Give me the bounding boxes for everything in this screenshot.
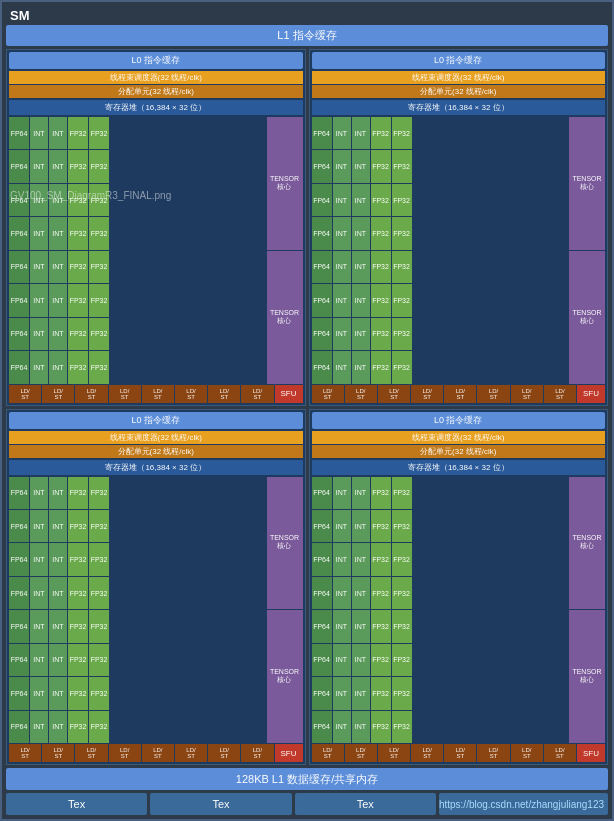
fp64-cell: FP64	[9, 150, 29, 182]
ldst-cell: LD/ST	[109, 385, 141, 403]
q1-sfu: SFU	[275, 385, 303, 403]
tex-bar-3: Tex	[295, 793, 436, 815]
int-cell: INT	[30, 318, 48, 350]
q3-sfu: SFU	[275, 744, 303, 762]
quadrant-4: L0 指令缓存 线程束调度器(32 线程/clk) 分配单元(32 线程/clk…	[309, 409, 609, 766]
int-cell: INT	[49, 351, 67, 383]
int-cell: INT	[49, 251, 67, 283]
fp32-cell: FP32	[89, 351, 109, 383]
int-cell: INT	[30, 284, 48, 316]
q1-compute-area: FP64 INT INT FP32 FP32 FP64 INT INT FP32…	[9, 117, 303, 403]
q2-tensor-2: TENSOR核心	[569, 251, 605, 384]
fp32-cell: FP32	[89, 217, 109, 249]
q4-compute-area: FP64 INT INT FP32 FP32 FP64 INT INT FP32…	[312, 477, 606, 763]
fp64-cell: FP64	[9, 217, 29, 249]
fp64-cell: FP64	[9, 251, 29, 283]
fp32-cell: FP32	[89, 284, 109, 316]
ldst-cell: LD/ST	[9, 385, 41, 403]
ldst-cell: LD/ST	[142, 385, 174, 403]
q4-sfu: SFU	[577, 744, 605, 762]
q1-row-4: FP64 INT INT FP32 FP32	[9, 217, 266, 249]
fp64-cell: FP64	[9, 284, 29, 316]
q1-ldst-row: LD/ST LD/ST LD/ST LD/ST LD/ST LD/ST LD/S…	[9, 385, 303, 403]
fp64-cell: FP64	[9, 184, 29, 216]
ldst-cell: LD/ST	[208, 385, 240, 403]
fp32-cell: FP32	[68, 284, 88, 316]
q1-row-7: FP64 INT INT FP32 FP32	[9, 318, 266, 350]
fp32-cell: FP32	[68, 318, 88, 350]
int-cell: INT	[49, 217, 67, 249]
fp32-cell: FP32	[68, 184, 88, 216]
sm-container: SM L1 指令缓存 L0 指令缓存 线程束调度器(32 线程/clk) 分配单…	[0, 0, 614, 821]
q4-tensor-1: TENSOR核心	[569, 477, 605, 610]
q2-register-file: 寄存器堆（16,384 × 32 位）	[312, 100, 606, 115]
q2-dispatch: 分配单元(32 线程/clk)	[312, 85, 606, 98]
q3-dispatch: 分配单元(32 线程/clk)	[9, 445, 303, 458]
ldst-cell: LD/ST	[175, 385, 207, 403]
int-cell: INT	[30, 117, 48, 149]
q1-tensor-1: TENSOR核心	[267, 117, 303, 250]
int-cell: INT	[30, 251, 48, 283]
fp64-cell: FP64	[9, 351, 29, 383]
q1-l0-cache: L0 指令缓存	[9, 52, 303, 69]
int-cell: INT	[30, 217, 48, 249]
int-cell: INT	[30, 351, 48, 383]
fp32-cell: FP32	[89, 150, 109, 182]
quadrant-2: L0 指令缓存 线程束调度器(32 线程/clk) 分配单元(32 线程/clk…	[309, 49, 609, 406]
fp64-cell: FP64	[9, 318, 29, 350]
q1-row-6: FP64 INT INT FP32 FP32	[9, 284, 266, 316]
four-quadrants: L0 指令缓存 线程束调度器(32 线程/clk) 分配单元(32 线程/clk…	[6, 49, 608, 765]
q2-ldst-row: LD/ST LD/ST LD/ST LD/ST LD/ST LD/ST LD/S…	[312, 385, 606, 403]
ldst-cell: LD/ST	[75, 385, 107, 403]
q1-row-2: FP64 INT INT FP32 FP32	[9, 150, 266, 182]
int-cell: INT	[49, 117, 67, 149]
fp32-cell: FP32	[89, 251, 109, 283]
fp32-cell: FP32	[89, 117, 109, 149]
q1-dispatch: 分配单元(32 线程/clk)	[9, 85, 303, 98]
q3-warp-scheduler: 线程束调度器(32 线程/clk)	[9, 431, 303, 444]
tex-bar-row: Tex Tex Tex https://blog.csdn.net/zhangj…	[6, 793, 608, 815]
q1-warp-scheduler: 线程束调度器(32 线程/clk)	[9, 71, 303, 84]
fp32-cell: FP32	[68, 217, 88, 249]
quadrant-1: L0 指令缓存 线程束调度器(32 线程/clk) 分配单元(32 线程/clk…	[6, 49, 306, 406]
q4-dispatch: 分配单元(32 线程/clk)	[312, 445, 606, 458]
q2-sfu: SFU	[577, 385, 605, 403]
fp64-cell: FP64	[9, 117, 29, 149]
sm-title: SM	[6, 6, 608, 25]
fp32-cell: FP32	[68, 351, 88, 383]
q1-row-8: FP64 INT INT FP32 FP32	[9, 351, 266, 383]
l1-data-cache: 128KB L1 数据缓存/共享内存	[6, 768, 608, 790]
q4-l0-cache: L0 指令缓存	[312, 412, 606, 429]
q4-warp-scheduler: 线程束调度器(32 线程/clk)	[312, 431, 606, 444]
q4-ldst-row: LD/ST LD/ST LD/ST LD/ST LD/ST LD/ST LD/S…	[312, 744, 606, 762]
fp32-cell: FP32	[68, 117, 88, 149]
q4-register-file: 寄存器堆（16,384 × 32 位）	[312, 460, 606, 475]
quadrant-3: L0 指令缓存 线程束调度器(32 线程/clk) 分配单元(32 线程/clk…	[6, 409, 306, 766]
q1-tensor-2: TENSOR核心	[267, 251, 303, 384]
fp32-cell: FP32	[89, 184, 109, 216]
q3-ldst-row: LD/ST LD/ST LD/ST LD/ST LD/ST LD/ST LD/S…	[9, 744, 303, 762]
q3-tensor-1: TENSOR核心	[267, 477, 303, 610]
q1-register-file: 寄存器堆（16,384 × 32 位）	[9, 100, 303, 115]
int-cell: INT	[49, 184, 67, 216]
int-cell: INT	[49, 150, 67, 182]
q1-row-5: FP64 INT INT FP32 FP32	[9, 251, 266, 283]
q2-tensor-1: TENSOR核心	[569, 117, 605, 250]
url-bar: https://blog.csdn.net/zhangjuliang123	[439, 793, 608, 815]
int-cell: INT	[49, 284, 67, 316]
q3-register-file: 寄存器堆（16,384 × 32 位）	[9, 460, 303, 475]
q3-tensor-2: TENSOR核心	[267, 610, 303, 743]
tex-bar-1: Tex	[6, 793, 147, 815]
q3-l0-cache: L0 指令缓存	[9, 412, 303, 429]
fp32-cell: FP32	[89, 318, 109, 350]
q4-tensor-2: TENSOR核心	[569, 610, 605, 743]
int-cell: INT	[49, 318, 67, 350]
q1-row-1: FP64 INT INT FP32 FP32	[9, 117, 266, 149]
int-cell: INT	[30, 150, 48, 182]
int-cell: INT	[30, 184, 48, 216]
l1-data-cache-row: 128KB L1 数据缓存/共享内存	[6, 768, 608, 790]
q2-compute-area: FP64 INT INT FP32 FP32 FP64 INT INT FP32…	[312, 117, 606, 403]
l1-cache-bar: L1 指令缓存	[6, 25, 608, 46]
q1-row-3: FP64 INT INT FP32 FP32	[9, 184, 266, 216]
tex-bar-2: Tex	[150, 793, 291, 815]
